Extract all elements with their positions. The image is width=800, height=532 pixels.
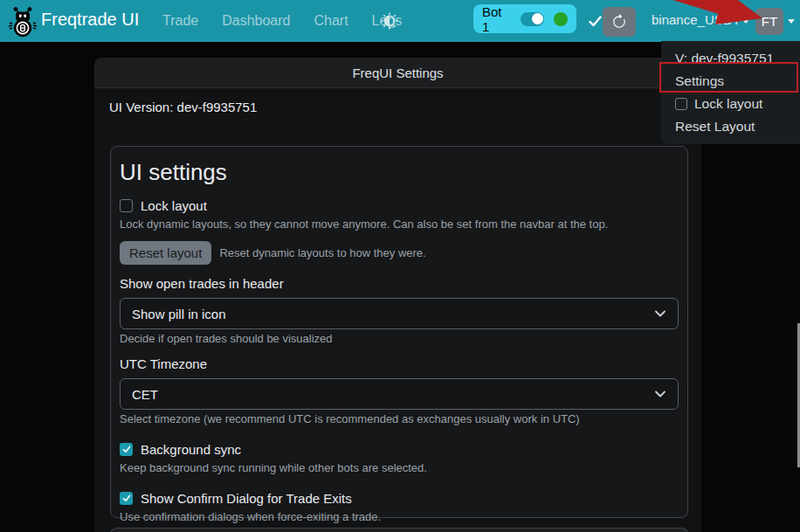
next-settings-card-edge [110,528,688,532]
navbar: Freqtrade UI Trade Dashboard Chart Logs … [0,0,800,42]
reset-layout-button[interactable]: Reset layout [120,241,211,265]
confirm-dialog-description: Use confirmation dialogs when force-exit… [120,510,679,523]
nav-item-chart[interactable]: Chart [314,13,348,29]
open-trades-select[interactable]: Show pill in icon [120,298,679,329]
bot-ok-check-icon [589,15,602,31]
nav-item-dashboard[interactable]: Dashboard [222,13,290,29]
lock-layout-checkbox[interactable] [120,199,133,212]
confirm-dialog-checkbox[interactable] [120,492,133,505]
user-menu-caret-icon [788,19,795,24]
ui-settings-card: UI settings Lock layout Lock dynamic lay… [110,146,688,518]
menu-item-reset-layout[interactable]: Reset Layout [661,115,800,138]
menu-item-settings[interactable]: Settings [661,70,800,93]
user-dropdown-menu: V: dev-f9935751 Settings Lock layout Res… [661,41,800,144]
panel-title: FreqUI Settings [352,66,443,80]
nav-links: Trade Dashboard Chart Logs [162,0,402,42]
bot-toggle[interactable] [521,12,545,26]
brand-title[interactable]: Freqtrade UI [41,10,139,30]
timezone-select[interactable]: CET [120,378,679,410]
menu-item-version[interactable]: V: dev-f9935751 [661,47,800,70]
chevron-down-icon [654,388,666,400]
background-sync-row[interactable]: Background sync [120,440,679,459]
menu-item-lock-layout[interactable]: Lock layout [661,93,800,115]
lock-layout-menu-checkbox[interactable] [675,98,687,110]
exchange-caret-icon [742,19,749,24]
theme-brightness-icon[interactable] [381,12,398,33]
panel-header: FreqUI Settings [94,58,701,88]
check-icon [122,494,131,502]
exchange-dropdown[interactable]: binance_USDT [652,12,741,27]
refresh-button[interactable] [603,7,636,37]
timezone-description: Select timezone (we recommend UTC is rec… [120,412,679,425]
freqtrade-robot-logo-icon[interactable] [7,4,38,41]
background-sync-description: Keep background sync running while other… [120,461,679,474]
refresh-icon [611,14,627,30]
nav-item-trade[interactable]: Trade [162,13,198,29]
reset-layout-row: Reset layout Reset dynamic layouts to ho… [120,241,679,265]
bot-online-dot [554,12,568,26]
background-sync-checkbox[interactable] [120,443,133,456]
timezone-label: UTC Timezone [120,356,679,371]
open-trades-label: Show open trades in header [120,276,679,291]
settings-panel: FreqUI Settings UI Version: dev-f9935751… [94,58,701,532]
user-avatar-button[interactable]: FT [755,8,783,35]
chevron-down-icon [654,307,666,320]
background-sync-label: Background sync [141,442,241,457]
card-title: UI settings [120,159,679,186]
open-trades-description: Decide if open trades should be visualiz… [120,332,679,345]
check-icon [122,446,131,453]
lock-layout-description: Lock dynamic layouts, so they cannot mov… [120,218,679,231]
bot-toggle-knob [532,13,543,24]
reset-layout-description: Reset dynamic layouts to how they were. [219,246,425,259]
timezone-selected-value: CET [132,387,158,402]
confirm-dialog-label: Show Confirm Dialog for Trade Exits [141,491,352,506]
bot-name-label: Bot 1 [482,4,513,34]
avatar-label: FT [762,14,777,29]
confirm-dialog-row[interactable]: Show Confirm Dialog for Trade Exits [120,489,679,508]
lock-layout-row[interactable]: Lock layout [120,197,679,215]
lock-layout-label: Lock layout [141,198,207,213]
bot-status-pill[interactable]: Bot 1 [473,4,576,33]
open-trades-selected-value: Show pill in icon [132,307,226,321]
ui-version-text: UI Version: dev-f9935751 [109,100,257,114]
